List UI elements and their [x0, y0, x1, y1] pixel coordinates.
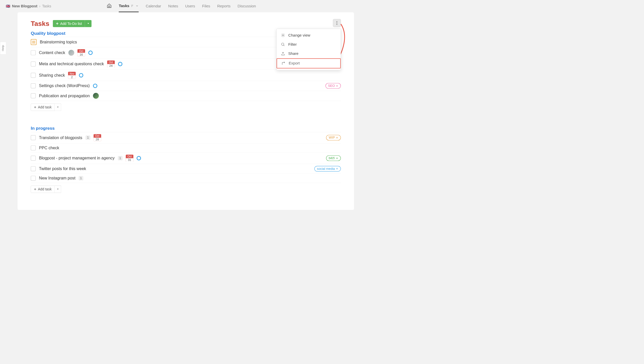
date-badge: Oct24 [107, 60, 115, 68]
page-title: Tasks [31, 20, 49, 27]
task-checkbox[interactable] [31, 50, 36, 55]
svg-point-6 [336, 21, 337, 22]
caret-down-icon [57, 106, 59, 108]
task-row[interactable]: Publication and propagation [31, 91, 341, 101]
add-todo-caret[interactable] [85, 20, 92, 27]
avatar[interactable] [68, 50, 74, 56]
tab-reports[interactable]: Reports [217, 4, 231, 12]
breadcrumb-leaf: Tasks [42, 4, 51, 8]
tab-notes[interactable]: Notes [168, 4, 178, 12]
tag-wip[interactable]: WIP✕ [326, 135, 341, 140]
task-title: New Instagram post [39, 176, 75, 180]
assignee-ring-icon[interactable] [79, 73, 83, 77]
svg-rect-17 [34, 189, 36, 190]
date-badge: Nov2 [68, 72, 76, 79]
tag-bezi[interactable]: běží✕ [326, 155, 341, 161]
export-icon [281, 61, 285, 65]
date-badge: Oct16 [77, 49, 85, 56]
task-row[interactable]: PPC check [31, 143, 341, 153]
section-title-1[interactable]: In progress [31, 126, 341, 131]
assignee-ring-icon[interactable] [88, 51, 93, 55]
task-title: Publication and propagation [39, 93, 90, 98]
count-pill: 1 [86, 136, 90, 140]
add-task-caret[interactable] [55, 186, 61, 193]
flag-icon: 🇬🇧 [6, 4, 10, 8]
svg-line-12 [283, 45, 284, 46]
tab-users[interactable]: Users [185, 4, 195, 12]
svg-marker-5 [88, 23, 89, 24]
add-task-button[interactable]: Add task [31, 104, 55, 111]
assignee-ring-icon[interactable] [93, 84, 97, 88]
task-checkbox[interactable] [31, 93, 36, 98]
task-title: Meta and technical questions check [39, 62, 104, 66]
task-row[interactable]: Twitter posts for this week social media… [31, 164, 341, 174]
menu-export[interactable]: Export [277, 58, 341, 69]
caret-down-icon [57, 188, 59, 190]
task-title: Twitter posts for this week [39, 166, 86, 171]
plus-icon [56, 22, 59, 25]
close-icon[interactable]: ✕ [336, 136, 338, 139]
tab-discussion[interactable]: Discussion [238, 4, 256, 12]
task-checkbox[interactable] [31, 61, 36, 67]
more-dropdown: Change view Filter Share Export [276, 29, 341, 70]
doc-icon [31, 39, 37, 45]
svg-point-10 [282, 35, 283, 36]
share-icon [281, 52, 285, 56]
list-icon [131, 4, 134, 7]
menu-change-view[interactable]: Change view [277, 31, 341, 40]
count-pill: 1 [79, 176, 83, 180]
avatar[interactable] [93, 93, 99, 99]
add-task-caret[interactable] [55, 104, 61, 111]
add-todo-group: Add To-Do list [53, 20, 91, 27]
add-todo-button[interactable]: Add To-Do list [53, 20, 85, 27]
date-badge: Oct28 [93, 134, 101, 141]
task-checkbox[interactable] [31, 176, 36, 181]
task-title: Content check [39, 50, 65, 55]
task-row[interactable]: Sharing check Nov2 [31, 70, 341, 81]
main-panel: Tasks Add To-Do list Change view Filter [18, 12, 354, 210]
task-title: Translation of blogposts [39, 135, 82, 140]
close-icon[interactable]: ✕ [336, 84, 338, 88]
breadcrumb: 🇬🇧 New Blogpost › Tasks [6, 4, 51, 8]
assignee-ring-icon[interactable] [118, 62, 122, 66]
breadcrumb-project[interactable]: New Blogpost [12, 4, 37, 8]
tab-tasks[interactable]: Tasks [119, 4, 139, 12]
tasklist-1: Translation of blogposts 1 Oct28 WIP✕ PP… [31, 132, 341, 183]
tab-files[interactable]: Files [202, 4, 210, 12]
svg-marker-15 [57, 107, 59, 108]
assignee-ring-icon[interactable] [137, 156, 141, 160]
close-icon[interactable]: ✕ [336, 157, 338, 160]
task-checkbox[interactable] [31, 135, 36, 140]
task-row[interactable]: Blogpost - project management in agency … [31, 153, 341, 164]
tag-socialmedia[interactable]: social media✕ [314, 166, 341, 172]
task-checkbox[interactable] [31, 166, 36, 171]
menu-filter[interactable]: Filter [277, 40, 341, 49]
task-title: Settings check (WordPress) [39, 84, 90, 88]
gear-icon [281, 33, 285, 37]
close-icon[interactable]: ✕ [336, 167, 338, 170]
task-row[interactable]: Settings check (WordPress) SEO✕ [31, 81, 341, 91]
chevron-down-icon [135, 4, 139, 7]
menu-share[interactable]: Share [277, 49, 341, 58]
plus-icon [34, 188, 36, 190]
task-checkbox[interactable] [31, 145, 36, 151]
add-task-group-1: Add task [31, 186, 341, 193]
task-row[interactable]: Translation of blogposts 1 Oct28 WIP✕ [31, 132, 341, 143]
task-checkbox[interactable] [31, 156, 36, 161]
tag-seo[interactable]: SEO✕ [325, 83, 341, 89]
breadcrumb-separator: › [39, 4, 40, 8]
home-icon[interactable] [107, 3, 112, 9]
tab-calendar[interactable]: Calendar [146, 4, 161, 12]
task-row[interactable]: New Instagram post 1 [31, 174, 341, 183]
help-tab[interactable]: Help [0, 42, 6, 54]
task-checkbox[interactable] [31, 83, 36, 88]
task-title: Brainstorming topics [40, 40, 77, 44]
svg-rect-14 [34, 107, 36, 107]
count-pill: 1 [118, 156, 123, 160]
add-task-group-0: Add task [31, 104, 341, 111]
svg-marker-18 [57, 189, 59, 190]
task-title: Blogpost - project management in agency [39, 156, 114, 160]
task-checkbox[interactable] [31, 73, 36, 78]
search-icon [281, 42, 285, 46]
add-task-button[interactable]: Add task [31, 186, 55, 193]
